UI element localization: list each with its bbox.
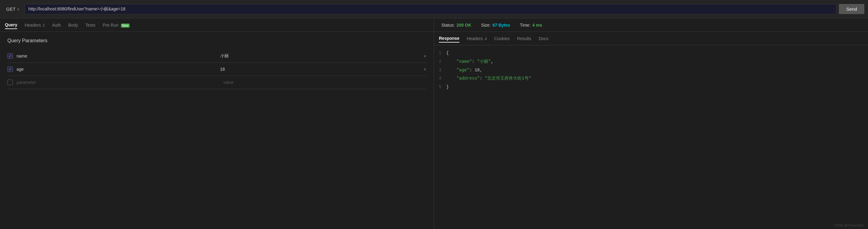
line-num-5: 5 [434,84,446,91]
response-code-view: 1 { 2 "name": "小丽", 3 "age": 18, 4 " [434,45,868,229]
status-bar: Status: 200 OK Size: 67 Bytes Time: 4 ms [434,19,868,32]
code-line-4: 4 "address": "北京市王府井大街1号" [434,74,868,83]
url-bar: GET ∨ Send [0,0,868,19]
left-tab-bar: Query Headers 2 Auth Body Tests Pre Run … [0,19,434,32]
size-value: 67 Bytes [493,23,510,28]
size-label: Size: [481,23,491,28]
line-num-2: 2 [434,58,446,66]
code-line-3: 3 "age": 18, [434,66,868,75]
tab-docs[interactable]: Docs [539,35,549,42]
param-value-age[interactable]: 18 [220,67,420,72]
section-title: Query Parameters [7,38,426,43]
code-content-4: "address": "北京市王府井大街1号" [446,75,531,83]
response-headers-badge: 4 [485,37,487,41]
tab-tests[interactable]: Tests [86,22,96,29]
param-value-placeholder[interactable]: value [223,80,426,85]
status-value: 200 OK [457,23,471,28]
checkbox-name[interactable]: ✓ [7,53,13,59]
tab-query[interactable]: Query [5,21,17,29]
watermark: CSDN @Fisher3652 [834,224,864,227]
checkmark-icon-age: ✓ [8,67,12,71]
headers-badge: 2 [42,23,45,28]
status-item: Status: 200 OK [441,23,471,28]
checkbox-age[interactable]: ✓ [7,66,13,72]
time-label: Time: [520,23,530,28]
chevron-icon-name: ∨ [424,54,426,58]
size-item: Size: 67 Bytes [481,23,510,28]
param-value-name[interactable]: 小丽 [220,53,420,59]
tab-cookies[interactable]: Cookies [494,35,510,42]
url-input[interactable] [25,4,836,14]
line-num-3: 3 [434,67,446,74]
tab-auth[interactable]: Auth [52,22,61,29]
tab-body[interactable]: Body [68,22,78,29]
right-panel: Status: 200 OK Size: 67 Bytes Time: 4 ms… [434,19,868,229]
method-selector[interactable]: GET ∨ [4,5,22,13]
tab-response-headers[interactable]: Headers 4 [467,35,487,42]
param-key-name: name [17,54,217,59]
param-key-placeholder: parameter [17,80,220,85]
code-line-5: 5 } [434,83,868,92]
code-line-1: 1 { [434,49,868,58]
line-num-4: 4 [434,75,446,83]
param-row-parameter: parameter value [7,76,426,89]
param-row-age: ✓ age 18 ∨ [7,63,426,76]
time-value: 4 ms [532,23,542,28]
method-chevron: ∨ [17,7,20,11]
code-content-3: "age": 18, [446,67,483,74]
tab-results[interactable]: Results [517,35,531,42]
line-num-1: 1 [434,50,446,57]
code-line-2: 2 "name": "小丽", [434,58,868,66]
method-label: GET [6,6,16,12]
code-content-5: } [446,84,449,91]
right-tab-bar: Response Headers 4 Cookies Results Docs [434,32,868,45]
code-content-1: { [446,50,449,57]
tab-prerun[interactable]: Pre Run New [103,22,129,29]
chevron-icon-age: ∨ [424,67,426,71]
new-badge: New [121,24,129,28]
left-panel: Query Headers 2 Auth Body Tests Pre Run … [0,19,434,229]
code-content-2: "name": "小丽", [446,58,493,66]
param-key-age: age [17,67,217,72]
time-item: Time: 4 ms [520,23,542,28]
tab-headers[interactable]: Headers 2 [25,22,45,29]
tab-response[interactable]: Response [439,35,459,42]
checkmark-icon: ✓ [8,54,12,58]
main-content: Query Headers 2 Auth Body Tests Pre Run … [0,19,868,229]
send-button[interactable]: Send [839,4,864,14]
query-parameters-section: Query Parameters ✓ name 小丽 ∨ ✓ age 18 ∨ [0,32,434,95]
param-row-name: ✓ name 小丽 ∨ [7,50,426,63]
status-label: Status: [441,23,455,28]
checkbox-parameter[interactable] [7,79,13,85]
